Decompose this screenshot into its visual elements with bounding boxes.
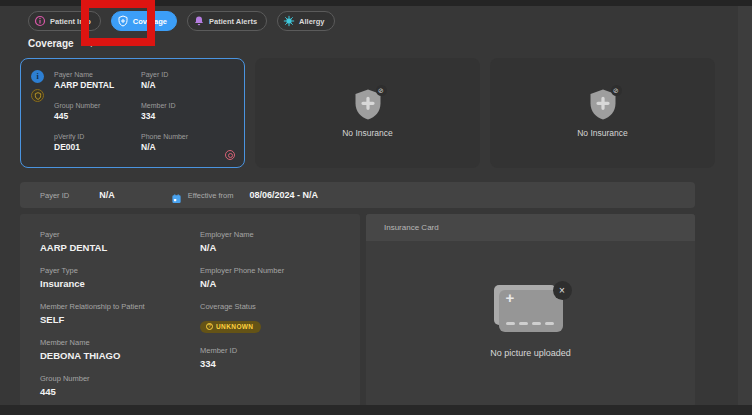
detail-payer: Payer AARP DENTAL bbox=[40, 230, 195, 253]
tab-label: Patient Alerts bbox=[209, 17, 257, 26]
shield-icon bbox=[117, 15, 129, 27]
coverage-card-empty-1[interactable]: No Insurance bbox=[255, 58, 480, 168]
window-top-strip bbox=[0, 0, 752, 6]
effective-from-value: 08/06/2024 - N/A bbox=[249, 190, 318, 200]
card-placeholder-icon: + × bbox=[499, 290, 563, 332]
no-picture-text: No picture uploaded bbox=[490, 348, 571, 358]
card-field-phone-number: Phone Number N/A bbox=[141, 133, 241, 152]
void-coverage-icon[interactable] bbox=[225, 150, 235, 160]
insurance-card-panel: Insurance Card + × No picture uploaded bbox=[366, 214, 695, 407]
no-insurance-badge-icon bbox=[611, 85, 622, 96]
coverage-details-panel: Payer AARP DENTAL Payer Type Insurance M… bbox=[20, 214, 360, 407]
card-field-group-number: Group Number 445 bbox=[54, 102, 154, 121]
detail-coverage-status: Coverage Status ? UNKNOWN bbox=[200, 302, 350, 333]
card-field-payer-id: Payer ID N/A bbox=[141, 71, 241, 90]
payer-id-value: N/A bbox=[99, 190, 115, 200]
no-insurance-shield-icon bbox=[353, 88, 383, 121]
tab-label: Coverage bbox=[133, 17, 167, 26]
page-title: Coverage bbox=[28, 38, 74, 49]
tab-label: Patient Info bbox=[50, 17, 91, 26]
calendar-icon bbox=[171, 190, 182, 201]
detail-payer-type: Payer Type Insurance bbox=[40, 266, 195, 289]
card-field-member-id: Member ID 334 bbox=[141, 102, 241, 121]
card-field-pverify-id: pVerify ID DE001 bbox=[54, 133, 154, 152]
detail-group-number: Group Number 445 bbox=[40, 374, 195, 397]
info-icon bbox=[34, 15, 46, 27]
coverage-card-selected[interactable]: i Payer Name AARP DENTAL Payer ID N/A Gr… bbox=[20, 58, 245, 168]
card-side-icons: i bbox=[31, 70, 44, 102]
status-badge: ? UNKNOWN bbox=[200, 321, 261, 333]
tab-patient-info[interactable]: Patient Info bbox=[28, 11, 101, 31]
card-field-payer-name: Payer Name AARP DENTAL bbox=[54, 71, 154, 90]
no-insurance-shield-icon bbox=[588, 88, 618, 121]
insurance-card-panel-title: Insurance Card bbox=[366, 214, 695, 241]
coverage-cards-row: i Payer Name AARP DENTAL Payer ID N/A Gr… bbox=[20, 58, 715, 168]
no-insurance-label: No Insurance bbox=[577, 128, 628, 138]
bell-icon bbox=[193, 15, 205, 27]
tab-patient-alerts[interactable]: Patient Alerts bbox=[187, 11, 267, 31]
card-info-icon[interactable]: i bbox=[31, 70, 44, 83]
card-verify-shield-icon[interactable] bbox=[31, 89, 44, 102]
patient-tab-bar: Patient Info Coverage Patient Alerts All… bbox=[28, 11, 335, 31]
detail-employer-phone: Employer Phone Number N/A bbox=[200, 266, 350, 289]
no-insurance-label: No Insurance bbox=[342, 128, 393, 138]
payer-id-label: Payer ID bbox=[40, 191, 69, 200]
detail-employer-name: Employer Name N/A bbox=[200, 230, 350, 253]
detail-member-id: Member ID 334 bbox=[200, 346, 350, 369]
tab-label: Allergy bbox=[299, 17, 324, 26]
insurance-card-upload-area[interactable]: + × No picture uploaded bbox=[366, 241, 695, 407]
tab-coverage[interactable]: Coverage bbox=[111, 11, 177, 31]
add-coverage-button[interactable]: + bbox=[88, 39, 96, 49]
effective-from-label: Effective from bbox=[188, 191, 234, 200]
tab-allergy[interactable]: Allergy bbox=[277, 11, 334, 31]
allergen-icon bbox=[283, 15, 295, 27]
detail-member-relationship: Member Relationship to Patient SELF bbox=[40, 302, 195, 325]
coverage-summary-bar: Payer ID N/A Effective from 08/06/2024 -… bbox=[20, 182, 695, 208]
no-insurance-badge-icon bbox=[376, 85, 387, 96]
coverage-card-empty-2[interactable]: No Insurance bbox=[490, 58, 715, 168]
scrollbar-track[interactable] bbox=[738, 6, 752, 405]
remove-picture-icon[interactable]: × bbox=[553, 281, 572, 300]
page-bottom-strip bbox=[0, 405, 752, 415]
status-shield-icon: ? bbox=[206, 323, 213, 330]
coverage-section-header: Coverage + bbox=[28, 38, 95, 49]
detail-member-name: Member Name DEBONA THIAGO bbox=[40, 338, 195, 361]
